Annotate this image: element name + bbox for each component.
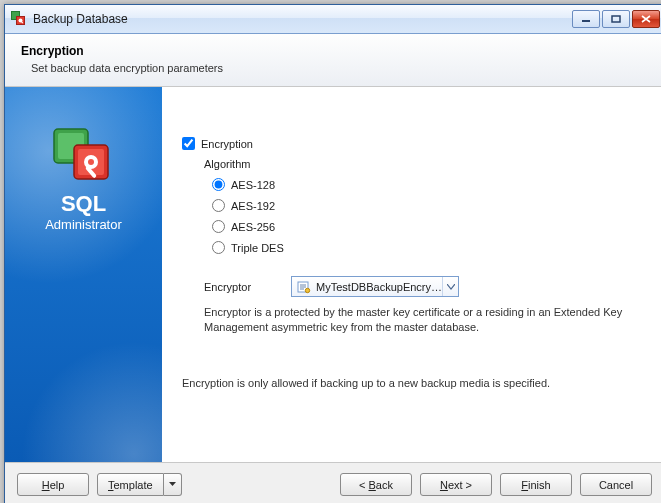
algorithm-radio[interactable] bbox=[212, 241, 225, 254]
page-header: Encryption Set backup data encryption pa… bbox=[5, 34, 661, 87]
close-button[interactable] bbox=[632, 10, 660, 28]
encryptor-row: Encryptor MyTestDBBackupEncryp... bbox=[204, 276, 644, 297]
sidebar-brand: SQL Administrator bbox=[5, 87, 162, 462]
svg-rect-4 bbox=[582, 20, 590, 22]
encryption-note: Encryption is only allowed if backing up… bbox=[182, 377, 644, 389]
svg-point-14 bbox=[305, 288, 309, 292]
algorithm-radio[interactable] bbox=[212, 199, 225, 212]
algorithm-radio-label: AES-128 bbox=[231, 179, 275, 191]
page-subtitle: Set backup data encryption parameters bbox=[31, 62, 648, 74]
back-button[interactable]: < Back bbox=[340, 473, 412, 496]
algorithm-option-aes256[interactable]: AES-256 bbox=[212, 220, 644, 233]
brand-icon bbox=[48, 127, 120, 187]
brand-subtitle: Administrator bbox=[45, 217, 122, 232]
finish-button[interactable]: Finish bbox=[500, 473, 572, 496]
cancel-button[interactable]: Cancel bbox=[580, 473, 652, 496]
algorithm-radio-group: AES-128 AES-192 AES-256 Triple DES bbox=[212, 178, 644, 254]
algorithm-option-aes192[interactable]: AES-192 bbox=[212, 199, 644, 212]
encryptor-label: Encryptor bbox=[204, 281, 251, 293]
body: SQL Administrator Encryption Algorithm A… bbox=[5, 87, 661, 462]
encryptor-dropdown[interactable]: MyTestDBBackupEncryp... bbox=[291, 276, 459, 297]
titlebar: Backup Database bbox=[5, 5, 661, 34]
chevron-down-icon[interactable] bbox=[442, 277, 458, 296]
template-split-button: Template bbox=[97, 473, 182, 496]
next-button[interactable]: Next > bbox=[420, 473, 492, 496]
backup-database-window: Backup Database Encryption Set backup da… bbox=[4, 4, 661, 503]
help-button[interactable]: Help bbox=[17, 473, 89, 496]
algorithm-option-aes128[interactable]: AES-128 bbox=[212, 178, 644, 191]
brand-title: SQL bbox=[61, 191, 106, 217]
algorithm-radio-label: Triple DES bbox=[231, 242, 284, 254]
algorithm-group-label: Algorithm bbox=[204, 158, 644, 170]
algorithm-option-tripledes[interactable]: Triple DES bbox=[212, 241, 644, 254]
svg-rect-5 bbox=[612, 16, 620, 22]
encryption-checkbox-row[interactable]: Encryption bbox=[182, 137, 644, 150]
encryptor-help-text: Encryptor is a protected by the master k… bbox=[204, 305, 644, 335]
algorithm-radio[interactable] bbox=[212, 220, 225, 233]
page-title: Encryption bbox=[21, 44, 648, 58]
template-button[interactable]: Template bbox=[97, 473, 164, 496]
algorithm-radio-label: AES-192 bbox=[231, 200, 275, 212]
encryptor-value: MyTestDBBackupEncryp... bbox=[316, 281, 442, 293]
wizard-footer: Help Template < Back Next > Finish Cance… bbox=[5, 462, 661, 503]
app-icon bbox=[11, 11, 27, 27]
content-pane: Encryption Algorithm AES-128 AES-192 AES… bbox=[162, 87, 661, 462]
algorithm-radio-label: AES-256 bbox=[231, 221, 275, 233]
window-title: Backup Database bbox=[33, 12, 572, 26]
svg-point-12 bbox=[88, 159, 94, 165]
encryption-checkbox-label: Encryption bbox=[201, 138, 253, 150]
maximize-button[interactable] bbox=[602, 10, 630, 28]
window-controls bbox=[572, 10, 660, 28]
certificate-icon bbox=[296, 279, 312, 295]
minimize-button[interactable] bbox=[572, 10, 600, 28]
encryption-checkbox[interactable] bbox=[182, 137, 195, 150]
template-dropdown-arrow[interactable] bbox=[164, 473, 182, 496]
algorithm-radio[interactable] bbox=[212, 178, 225, 191]
